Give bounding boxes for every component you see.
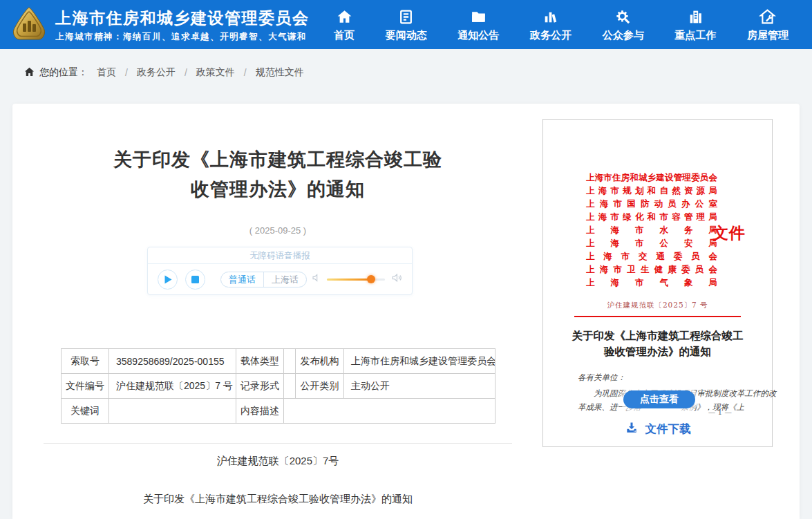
play-icon <box>164 275 172 284</box>
language-option-mandarin[interactable]: 普通话 <box>221 272 263 287</box>
table-row: 关键词 内容描述 <box>62 399 495 424</box>
language-option-shanghainese[interactable]: 上海话 <box>263 272 306 287</box>
site-slogan: 上海城市精神：海纳百川、追求卓越、开明睿智、大气谦和 <box>55 31 310 43</box>
meta-label-keywords: 关键词 <box>62 399 109 424</box>
section-divider <box>44 443 512 444</box>
news-icon <box>397 8 415 26</box>
meta-label-description: 内容描述 <box>236 399 284 424</box>
volume-slider-handle[interactable] <box>367 275 375 283</box>
meta-label-index-no: 索取号 <box>62 349 109 374</box>
agency-line: 上海市规划和自然资源局 <box>586 184 717 197</box>
agency-line: 上海市公安局 <box>586 236 717 249</box>
breadcrumb-link-normative-docs[interactable]: 规范性文件 <box>256 66 304 79</box>
main-nav: 首页 要闻动态 通知公告 政务公开 公众参与 重点工作 房屋管理 <box>334 0 789 49</box>
audio-player: 无障碍语音播报 普通话 上海话 <box>147 247 413 295</box>
meta-value-issuing-agency: 上海市住房和城乡建设管理委员会 <box>344 349 495 374</box>
stop-button[interactable] <box>185 270 205 290</box>
agency-logo-icon <box>11 6 47 45</box>
page-title: 关于印发《上海市建筑工程综合竣工验收管理办法》的通知 <box>44 145 512 205</box>
agency-line: 上海市卫生健康委员会 <box>586 263 717 276</box>
volume-high-icon <box>391 273 402 285</box>
nav-item-news[interactable]: 要闻动态 <box>386 7 427 42</box>
volume-control <box>312 273 402 285</box>
breadcrumb: 您的位置： 首页 / 政务公开 / 政策文件 / 规范性文件 <box>24 66 304 79</box>
document-preview: 上海市住房和城乡建设管理委员会 上海市规划和自然资源局 上海市国防动员办公室 上… <box>542 119 773 447</box>
document-number: 沪住建规范联〔2025〕7号 <box>44 455 512 468</box>
agency-line: 上海市水务局 <box>586 223 717 236</box>
breadcrumb-link-policy-docs[interactable]: 政策文件 <box>196 66 235 79</box>
meta-value-carrier-type <box>284 349 296 374</box>
document-title: 关于印发《上海市建筑工程综合竣工验收管理办法》的通知 <box>44 493 512 506</box>
house-wrench-icon <box>759 8 776 26</box>
wenjian-label: 文件 <box>712 223 746 244</box>
meta-label-doc-no: 文件编号 <box>62 374 109 399</box>
file-download-link[interactable]: 文件下载 <box>543 421 772 437</box>
play-button[interactable] <box>158 270 178 290</box>
nav-item-participation[interactable]: 公众参与 <box>603 7 644 42</box>
breadcrumb-home-icon <box>24 67 35 79</box>
home-icon <box>336 8 353 26</box>
nav-item-key-work[interactable]: 重点工作 <box>674 7 716 42</box>
folder-icon <box>470 8 487 26</box>
breadcrumb-separator: / <box>125 67 128 78</box>
meta-value-record-form <box>284 374 296 399</box>
breadcrumb-label: 您的位置： <box>39 66 88 79</box>
meta-label-carrier-type: 载体类型 <box>236 349 284 374</box>
nav-item-notices[interactable]: 通知公告 <box>457 7 499 42</box>
meta-value-doc-no: 沪住建规范联〔2025〕7 号 <box>109 374 236 399</box>
stop-icon <box>191 276 199 283</box>
meta-value-disclosure-type: 主动公开 <box>344 374 495 399</box>
breadcrumb-link-gov-info[interactable]: 政务公开 <box>137 66 176 79</box>
agency-line: 上海市住房和城乡建设管理委员会 <box>586 171 717 184</box>
site-header: 上海市住房和城乡建设管理委员会 上海城市精神：海纳百川、追求卓越、开明睿智、大气… <box>0 0 812 49</box>
preview-page-number: — 1 — <box>708 408 732 416</box>
click-to-view-button[interactable]: 点击查看 <box>623 390 695 408</box>
table-row: 文件编号 沪住建规范联〔2025〕7 号 记录形式 公开类别 主动公开 <box>62 374 495 399</box>
meta-value-index-no: 3589258689/2025-00155 <box>109 349 236 374</box>
table-row: 索取号 3589258689/2025-00155 载体类型 发布机构 上海市住… <box>62 349 495 374</box>
nav-item-gov-info[interactable]: 政务公开 <box>530 7 572 42</box>
bar-chart-icon <box>542 8 559 26</box>
issuing-agencies-list: 上海市住房和城乡建设管理委员会 上海市规划和自然资源局 上海市国防动员办公室 上… <box>586 171 717 289</box>
meta-label-issuing-agency: 发布机构 <box>296 349 344 374</box>
breadcrumb-separator: / <box>244 67 247 78</box>
download-icon <box>625 421 639 437</box>
agency-line: 上海市绿化和市容管理局 <box>586 210 717 223</box>
agency-line: 上海市气象局 <box>586 276 717 289</box>
volume-slider[interactable] <box>327 279 385 281</box>
breadcrumb-link-home[interactable]: 首页 <box>97 66 116 79</box>
nav-item-housing[interactable]: 房屋管理 <box>747 7 789 42</box>
building-icon <box>687 8 704 26</box>
nav-item-home[interactable]: 首页 <box>334 7 355 42</box>
document-meta-table: 索取号 3589258689/2025-00155 载体类型 发布机构 上海市住… <box>61 348 495 424</box>
agency-line: 上海市国防动员办公室 <box>586 197 717 210</box>
agency-line: 上海市交通委员会 <box>586 249 717 263</box>
site-brand: 上海市住房和城乡建设管理委员会 上海城市精神：海纳百川、追求卓越、开明睿智、大气… <box>11 6 310 45</box>
preview-salutation: 各有关单位： <box>578 372 625 383</box>
meta-value-keywords <box>109 399 236 424</box>
gear-search-icon <box>614 8 632 26</box>
meta-value-description <box>284 399 495 424</box>
breadcrumb-separator: / <box>185 67 187 78</box>
red-divider-line <box>574 316 741 317</box>
meta-label-record-form: 记录形式 <box>236 374 284 399</box>
language-toggle: 普通话 上海话 <box>220 272 307 287</box>
preview-doc-title: 关于印发《上海市建筑工程综合竣工验收管理办法》的通知 <box>543 328 772 359</box>
meta-label-disclosure-type: 公开类别 <box>296 374 344 399</box>
content-card: 关于印发《上海市建筑工程综合竣工验收管理办法》的通知 ( 2025-09-25 … <box>12 104 800 519</box>
volume-low-icon <box>312 273 321 285</box>
audio-player-title: 无障碍语音播报 <box>148 247 412 264</box>
publish-date: ( 2025-09-25 ) <box>44 225 512 236</box>
preview-doc-number: 沪住建规范联〔2025〕7 号 <box>543 301 772 310</box>
site-title: 上海市住房和城乡建设管理委员会 <box>55 8 310 28</box>
